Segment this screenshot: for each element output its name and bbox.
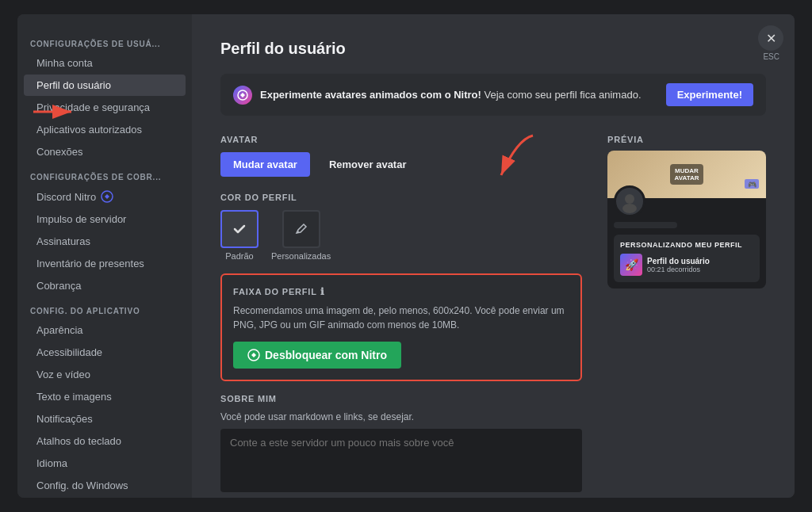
- sidebar: CONFIGURAÇÕES DE USUÁ... Minha conta Per…: [17, 14, 192, 498]
- nitro-unlock-icon: [247, 349, 260, 361]
- nitro-icon: [101, 190, 113, 203]
- sidebar-item-cobranca[interactable]: Cobrança: [24, 275, 186, 296]
- sidebar-section-user-settings: CONFIGURAÇÕES DE USUÁ... Minha conta Per…: [17, 30, 192, 162]
- sidebar-section-title-2: CONFIGURAÇÕES DE COBR...: [17, 163, 192, 185]
- svg-text:🎮: 🎮: [748, 180, 757, 189]
- avatar-section: AVATAR Mudar avatar Remover avatar: [220, 135, 582, 177]
- about-description: Você pode usar markdown e links, se dese…: [220, 411, 582, 422]
- preview-activity: 🚀 Perfil do usuário 00:21 decorridos: [620, 254, 753, 276]
- sidebar-item-aparencia[interactable]: Aparência: [24, 319, 186, 341]
- activity-icon: 🚀: [620, 254, 642, 276]
- color-custom-label: Personalizadas: [271, 251, 331, 261]
- preview-card: MUDARAVATAR 🎮: [607, 151, 766, 288]
- color-options: Padrão Personalizadas: [220, 210, 582, 261]
- sidebar-item-acessibilidade[interactable]: Acessibilidade: [24, 342, 186, 363]
- about-textarea[interactable]: [220, 429, 582, 492]
- color-swatch-default[interactable]: [220, 210, 259, 248]
- sidebar-section-billing: CONFIGURAÇÕES DE COBR... Discord Nitro I…: [17, 163, 192, 296]
- remove-avatar-button[interactable]: Remover avatar: [316, 152, 419, 177]
- banner-info-icon: ℹ: [320, 286, 325, 297]
- nitro-banner-icon: [233, 86, 252, 105]
- sidebar-item-notificacoes[interactable]: Notificações: [24, 408, 186, 430]
- nitro-banner: Experimente avatares animados com o Nitr…: [220, 74, 766, 116]
- sidebar-section-title-1: CONFIGURAÇÕES DE USUÁ...: [17, 30, 192, 52]
- avatar-section-label: AVATAR: [220, 135, 582, 144]
- banner-section-label: FAIXA DO PERFIL ℹ: [233, 286, 569, 297]
- nitro-try-button[interactable]: Experimente!: [666, 83, 753, 106]
- preview-label: PRÉVIA: [607, 135, 766, 144]
- preview-personalizing-label: PERSONALIZANDO MEU PERFIL: [620, 241, 753, 249]
- sidebar-item-privacidade[interactable]: Privacidade e segurança: [24, 97, 186, 118]
- sidebar-item-conexoes[interactable]: Conexões: [24, 141, 186, 162]
- sidebar-item-voz-video[interactable]: Voz e vídeo: [24, 364, 186, 385]
- two-column-layout: AVATAR Mudar avatar Remover avatar COR D…: [220, 135, 766, 498]
- color-section: COR DO PERFIL Padrão: [220, 193, 582, 261]
- preview-avatar: [614, 185, 645, 217]
- color-default-label: Padrão: [225, 251, 253, 261]
- nitro-banner-text: Experimente avatares animados com o Nitr…: [260, 89, 658, 101]
- avatar-buttons: Mudar avatar Remover avatar: [220, 152, 582, 177]
- sidebar-item-perfil-usuario[interactable]: Perfil do usuário: [24, 75, 186, 96]
- svg-point-7: [625, 194, 634, 204]
- sidebar-item-impulso[interactable]: Impulso de servidor: [24, 208, 186, 230]
- preview-username-bar: [614, 222, 677, 228]
- sidebar-item-idioma[interactable]: Idioma: [24, 453, 186, 474]
- sidebar-item-inventario[interactable]: Inventário de presentes: [24, 253, 186, 274]
- sidebar-item-config-windows[interactable]: Config. do Windows: [24, 475, 186, 496]
- sidebar-item-assinaturas[interactable]: Assinaturas: [24, 231, 186, 252]
- sidebar-item-atalhos[interactable]: Atalhos do teclado: [24, 430, 186, 452]
- about-section: SOBRE MIM Você pode usar markdown e link…: [220, 394, 582, 498]
- left-column: AVATAR Mudar avatar Remover avatar COR D…: [220, 135, 582, 498]
- right-column: PRÉVIA MUDARAVATAR 🎮: [607, 135, 766, 498]
- sidebar-item-aplicativos[interactable]: Aplicativos autorizados: [24, 119, 186, 140]
- main-content: ✕ ESC Perfil do usuário Experimente avat…: [192, 14, 795, 498]
- sidebar-section-title-3: CONFIG. DO APLICATIVO: [17, 297, 192, 319]
- page-title: Perfil do usuário: [220, 40, 766, 58]
- activity-time: 00:21 decorridos: [647, 266, 753, 273]
- close-button[interactable]: ✕: [758, 25, 783, 51]
- color-option-custom: Personalizadas: [271, 210, 331, 261]
- app-window: CONFIGURAÇÕES DE USUÁ... Minha conta Per…: [17, 14, 795, 498]
- sidebar-item-texto-imagens[interactable]: Texto e imagens: [24, 386, 186, 407]
- sidebar-section-app: CONFIG. DO APLICATIVO Aparência Acessibi…: [17, 297, 192, 496]
- preview-personalizing: PERSONALIZANDO MEU PERFIL 🚀 Perfil do us…: [614, 235, 760, 282]
- color-section-label: COR DO PERFIL: [220, 193, 582, 202]
- activity-text: Perfil do usuário 00:21 decorridos: [647, 257, 753, 273]
- unlock-nitro-button[interactable]: Desbloquear com Nitro: [233, 342, 401, 369]
- color-option-default: Padrão: [220, 210, 259, 261]
- esc-label: ESC: [763, 52, 779, 61]
- sidebar-item-discord-nitro[interactable]: Discord Nitro: [24, 185, 186, 208]
- banner-description: Recomendamos uma imagem de, pelo menos, …: [233, 304, 569, 332]
- banner-section: FAIXA DO PERFIL ℹ Recomendamos uma image…: [220, 273, 582, 381]
- preview-emoji-icon: 🎮: [744, 178, 760, 193]
- preview-banner-change[interactable]: MUDARAVATAR: [670, 164, 704, 185]
- preview-avatar-area: [607, 198, 766, 235]
- svg-point-8: [622, 204, 637, 213]
- change-avatar-button[interactable]: Mudar avatar: [220, 152, 310, 177]
- sidebar-item-minha-conta[interactable]: Minha conta: [24, 52, 186, 74]
- activity-title: Perfil do usuário: [647, 257, 753, 266]
- about-section-label: SOBRE MIM: [220, 394, 582, 403]
- color-swatch-custom[interactable]: [282, 210, 320, 248]
